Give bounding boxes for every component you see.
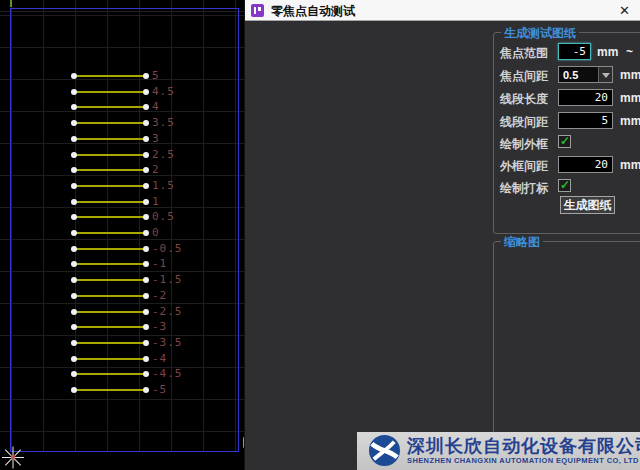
application-window: 54.543.532.521.510.50-0.5-1-1.5-2-2.5-3-… (0, 0, 640, 470)
seg-gap-label: 线段间距 (500, 114, 548, 131)
test-line-label: -0.5 (152, 242, 183, 255)
frame-gap-label: 外框间距 (500, 158, 548, 175)
focus-range-label: 焦点范围 (500, 45, 548, 62)
test-line-label: 3.5 (152, 116, 175, 129)
test-line-label: -5 (152, 383, 167, 396)
test-line-label: 5 (152, 69, 160, 82)
test-line-label: 0 (152, 226, 160, 239)
group-thumbnail: 缩略图 (493, 241, 640, 443)
close-icon[interactable]: ✕ (616, 2, 633, 19)
dialog-title: 零焦点自动测试 (271, 3, 355, 20)
group-title: 生成测试图纸 (501, 25, 579, 42)
checkmark-icon: ✓ (560, 134, 570, 148)
unit-mm: mm (597, 45, 618, 59)
focus-range-min-input[interactable] (558, 43, 591, 60)
draw-mark-label: 绘制打标 (500, 180, 548, 197)
test-line-label: -3.5 (152, 336, 183, 349)
test-line-label: -3 (152, 320, 167, 333)
dialog-titlebar[interactable]: 零焦点自动测试 ✕ (245, 0, 640, 21)
seg-gap-input[interactable] (558, 112, 613, 129)
test-line-label: 4.5 (152, 85, 175, 98)
checkmark-icon: ✓ (560, 178, 570, 192)
cad-viewport[interactable]: 54.543.532.521.510.50-0.5-1-1.5-2-2.5-3-… (0, 0, 244, 470)
test-line-label: 1 (152, 195, 160, 208)
test-line-label: -4 (152, 352, 167, 365)
draw-mark-checkbox[interactable]: ✓ (558, 179, 571, 192)
test-line-label: 4 (152, 100, 160, 113)
company-banner: 深圳长欣自动化设备有限公司 SHENZHEN CHANGXIN AUTOMATI… (357, 432, 640, 470)
test-line-label: 3 (152, 132, 160, 145)
test-line-label: -2.5 (152, 305, 183, 318)
company-name-cn: 深圳长欣自动化设备有限公司 (407, 434, 640, 458)
test-line-label: 0.5 (152, 210, 175, 223)
test-line-label: 2 (152, 163, 160, 176)
generate-drawing-button[interactable]: 生成图纸 (560, 196, 615, 214)
range-separator: ~ (626, 45, 633, 59)
focus-step-select[interactable]: 0.5 (558, 66, 613, 83)
unit-mm: mm (620, 91, 640, 105)
company-name-en: SHENZHEN CHANGXIN AUTOMATION EQUIPMENT C… (407, 456, 639, 465)
seg-length-label: 线段长度 (500, 91, 548, 108)
test-line-label: -2 (152, 289, 167, 302)
frame-gap-input[interactable] (558, 156, 613, 173)
chevron-down-icon[interactable] (598, 67, 612, 82)
ruler-tick (10, 0, 12, 7)
app-icon (251, 4, 264, 17)
unit-mm: mm (620, 114, 640, 128)
dialog-zero-focus-test: 零焦点自动测试 ✕ 生成测试图纸 焦点范围 mm ~ mm 焦点间距 0.5 m… (244, 0, 640, 470)
test-line-label: 1.5 (152, 179, 175, 192)
draw-frame-label: 绘制外框 (500, 136, 548, 153)
focus-step-label: 焦点间距 (500, 68, 548, 85)
focus-step-value: 0.5 (563, 69, 578, 81)
draw-frame-checkbox[interactable]: ✓ (558, 135, 571, 148)
test-line-label: -4.5 (152, 367, 183, 380)
test-line-label: 2.5 (152, 148, 175, 161)
test-line-label: -1 (152, 257, 167, 270)
test-line-label: -1.5 (152, 273, 183, 286)
unit-mm: mm (620, 68, 640, 82)
unit-mm: mm (620, 158, 640, 172)
company-logo-icon (369, 435, 400, 466)
group-title: 缩略图 (501, 234, 543, 251)
seg-length-input[interactable] (558, 89, 613, 106)
